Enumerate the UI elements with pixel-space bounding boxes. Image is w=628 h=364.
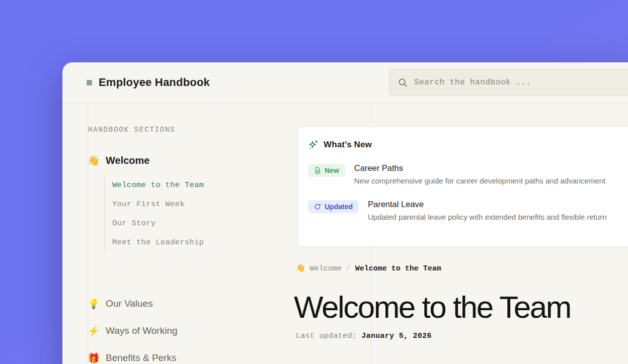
new-badge: New bbox=[308, 164, 345, 177]
last-updated-value: January 5, 2026 bbox=[361, 332, 432, 340]
sidebar-section-label: HANDBOOK SECTIONS bbox=[88, 126, 175, 134]
sidebar-item-benefits-perks[interactable]: 🎁 Benefits & Perks bbox=[88, 351, 176, 364]
updated-badge: Updated bbox=[308, 200, 359, 213]
sidebar-item-our-values[interactable]: 💡 Our Values bbox=[88, 297, 153, 311]
search-input[interactable] bbox=[414, 78, 628, 87]
page-title: Welcome to the Team bbox=[294, 290, 571, 325]
subnav-item-your-first-week[interactable]: Your First Week bbox=[112, 195, 204, 214]
refresh-icon bbox=[314, 203, 321, 210]
subnav-item-meet-the-leadership[interactable]: Meet the Leadership bbox=[112, 233, 204, 252]
lightning-bolt-icon: ⚡ bbox=[88, 326, 100, 336]
badge-label: New bbox=[325, 166, 339, 174]
sidebar-item-welcome[interactable]: 👋 Welcome bbox=[88, 153, 149, 167]
gift-icon: 🎁 bbox=[88, 353, 100, 363]
whats-new-item-text: Career Paths New comprehensive guide for… bbox=[354, 163, 605, 185]
app-title: Employee Handbook bbox=[99, 76, 210, 89]
whats-new-card: What’s New New Career Paths New comprehe… bbox=[297, 127, 628, 247]
whats-new-item-title: Career Paths bbox=[354, 163, 605, 173]
search-box[interactable] bbox=[389, 69, 628, 96]
whats-new-header: What’s New bbox=[308, 139, 628, 150]
light-bulb-icon: 💡 bbox=[88, 299, 100, 309]
breadcrumb-separator: / bbox=[346, 264, 351, 273]
whats-new-item-title: Parental Leave bbox=[368, 200, 606, 209]
breadcrumb: 👋 Welcome / Welcome to the Team bbox=[296, 263, 441, 274]
handbook-window: Employee Handbook HANDBOOK SECTIONS 👋 We… bbox=[62, 62, 628, 364]
whats-new-item-parental-leave[interactable]: Updated Parental Leave Updated parental … bbox=[308, 200, 628, 221]
sidebar-item-ways-of-working[interactable]: ⚡ Ways of Working bbox=[88, 324, 178, 338]
sidebar-subnav-welcome: Welcome to the Team Your First Week Our … bbox=[104, 175, 204, 252]
whats-new-item-description: New comprehensive guide for career devel… bbox=[354, 176, 605, 185]
waving-hand-icon: 👋 bbox=[296, 265, 305, 272]
sparkles-icon bbox=[308, 139, 319, 150]
waving-hand-icon: 👋 bbox=[88, 156, 100, 165]
whats-new-item-career-paths[interactable]: New Career Paths New comprehensive guide… bbox=[308, 163, 628, 185]
whats-new-title: What’s New bbox=[324, 140, 372, 150]
sidebar-item-label: Benefits & Perks bbox=[106, 352, 176, 363]
breadcrumb-current: Welcome to the Team bbox=[355, 264, 441, 273]
sidebar-item-label: Our Values bbox=[106, 298, 153, 309]
subnav-item-our-story[interactable]: Our Story bbox=[112, 214, 204, 233]
subnav-item-welcome-to-the-team[interactable]: Welcome to the Team bbox=[112, 175, 204, 195]
document-icon bbox=[314, 167, 321, 174]
last-updated-row: Last updated: January 5, 2026 bbox=[296, 332, 432, 340]
sidebar-item-label: Welcome bbox=[106, 155, 149, 166]
whats-new-item-description: Updated parental leave policy with exten… bbox=[368, 213, 606, 221]
breadcrumb-parent[interactable]: Welcome bbox=[310, 264, 342, 273]
whats-new-item-text: Parental Leave Updated parental leave po… bbox=[368, 200, 606, 221]
app-header: Employee Handbook bbox=[62, 62, 628, 103]
logo-square-icon bbox=[87, 80, 92, 85]
search-icon bbox=[398, 78, 408, 87]
last-updated-label: Last updated: bbox=[296, 332, 357, 340]
badge-label: Updated bbox=[325, 203, 353, 211]
desktop-background: Employee Handbook HANDBOOK SECTIONS 👋 We… bbox=[0, 0, 628, 364]
sidebar-item-label: Ways of Working bbox=[106, 325, 178, 336]
